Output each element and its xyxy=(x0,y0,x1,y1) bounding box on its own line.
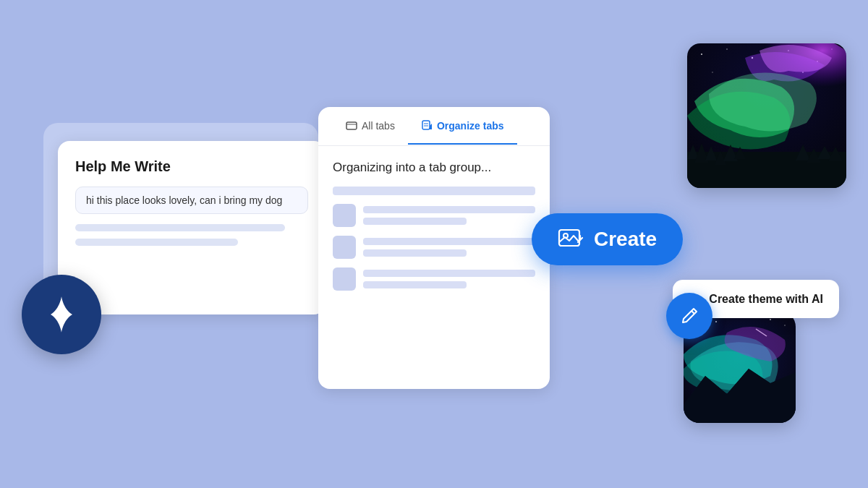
tab-line-1b xyxy=(363,218,467,225)
svg-line-27 xyxy=(692,311,694,314)
tab-placeholder-row-0 xyxy=(333,187,535,195)
tab-icon-3 xyxy=(333,267,356,291)
tab-line-3b xyxy=(363,281,467,288)
pencil-icon xyxy=(678,304,701,328)
create-theme-text: Create theme with AI xyxy=(709,293,823,306)
help-me-write-input[interactable]: hi this place looks lovely, can i bring … xyxy=(75,187,308,214)
svg-point-25 xyxy=(784,325,786,326)
hmw-placeholder-line-1 xyxy=(75,224,285,231)
help-me-write-title: Help Me Write xyxy=(75,158,308,175)
svg-point-22 xyxy=(715,321,717,322)
tab-line-2a xyxy=(363,238,535,245)
tab-lines-3 xyxy=(363,270,535,288)
tab-organize-tabs[interactable]: Organize tabs xyxy=(408,108,517,145)
organize-tabs-icon xyxy=(421,120,433,132)
svg-point-16 xyxy=(712,72,712,72)
organizing-text: Organizing into a tab group... xyxy=(333,160,535,175)
tab-list-placeholder xyxy=(333,187,535,299)
tab-icon-2 xyxy=(333,236,356,259)
svg-rect-2 xyxy=(422,121,430,129)
tab-manager-card: All tabs Organize tabs Organizing into a… xyxy=(318,107,550,389)
svg-rect-0 xyxy=(346,122,357,129)
tab-header: All tabs Organize tabs xyxy=(318,107,550,146)
svg-point-11 xyxy=(726,48,728,50)
aurora-svg-1 xyxy=(687,43,846,188)
tab-content: Organizing into a tab group... xyxy=(318,146,550,311)
tab-placeholder-row-3 xyxy=(333,267,535,291)
tab-line-3a xyxy=(363,270,535,277)
tab-placeholder-row-2 xyxy=(333,236,535,259)
aurora-image-top-right xyxy=(687,43,846,188)
gemini-button[interactable] xyxy=(22,275,101,354)
help-me-write-card: Help Me Write hi this place looks lovely… xyxy=(58,141,326,314)
star-icon xyxy=(40,293,83,336)
tab-all-tabs[interactable]: All tabs xyxy=(333,108,408,145)
create-button[interactable]: Create xyxy=(532,213,683,265)
tab-lines-2 xyxy=(363,238,535,257)
all-tabs-icon xyxy=(346,120,357,132)
create-image-icon xyxy=(558,226,584,252)
create-label: Create xyxy=(594,228,657,251)
edit-circle-button[interactable] xyxy=(666,293,712,339)
tab-icon-1 xyxy=(333,204,356,227)
tab-placeholder-row-1 xyxy=(333,204,535,227)
svg-point-10 xyxy=(701,53,702,55)
svg-point-24 xyxy=(770,319,771,320)
tab-lines-1 xyxy=(363,206,535,225)
tab-line-2b xyxy=(363,249,467,257)
hmw-placeholder-line-2 xyxy=(75,239,238,246)
tab-line-1a xyxy=(363,206,535,213)
